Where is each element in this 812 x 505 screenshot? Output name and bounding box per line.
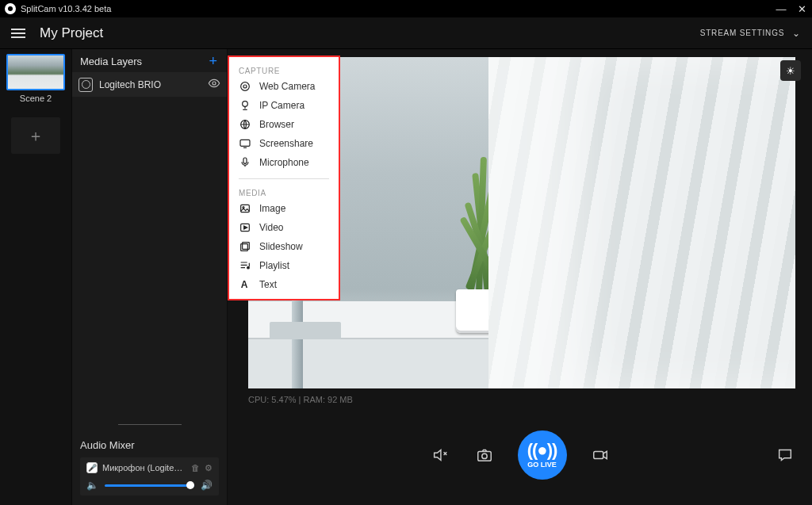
mixer-item: 🎤 Микрофон (Logitech... 🗑 ⚙ 🔈 🔊 <box>80 457 219 495</box>
brightness-button[interactable]: ☀ <box>780 60 801 81</box>
menu-item-label: IP Camera <box>259 100 304 111</box>
mixer-item-settings-button[interactable]: ⚙ <box>205 463 213 473</box>
menu-item-video[interactable]: Video <box>229 218 339 237</box>
svg-rect-3 <box>593 451 603 458</box>
menu-item-label: Microphone <box>259 157 309 168</box>
app-header: My Project STREAM SETTINGS ⌄ <box>0 17 812 49</box>
menu-item-label: Image <box>259 203 285 214</box>
webcam-source-icon <box>79 78 93 92</box>
audio-mixer-title: Audio Mixer <box>80 439 219 451</box>
screen-icon <box>239 137 251 150</box>
text-icon: A <box>239 278 251 291</box>
chat-button[interactable] <box>774 444 796 466</box>
sun-icon: ☀ <box>786 65 795 77</box>
svg-point-5 <box>243 85 247 88</box>
menu-section-capture: CAPTURE <box>229 63 339 77</box>
scene-thumbnail-image <box>8 55 63 89</box>
svg-point-6 <box>243 101 248 107</box>
image-icon <box>239 202 251 215</box>
delete-mixer-item-button[interactable]: 🗑 <box>191 463 200 472</box>
speaker-muted-icon <box>431 446 449 464</box>
menu-section-media: MEDIA <box>229 186 339 199</box>
slideshow-icon <box>239 240 251 253</box>
menu-item-ip-camera[interactable]: IP Camera <box>229 96 339 115</box>
bottom-toolbar: ((●)) GO LIVE <box>228 404 812 505</box>
volume-slider-knob[interactable] <box>186 481 194 489</box>
ip-camera-icon <box>239 99 251 112</box>
menu-item-label: Web Camera <box>259 81 315 92</box>
menu-item-label: Slideshow <box>259 241 303 252</box>
scene-panel: Scene 2 ＋ <box>0 49 71 505</box>
menu-item-playlist[interactable]: Playlist <box>229 256 339 275</box>
stream-settings-label: STREAM SETTINGS <box>700 29 784 37</box>
app-body: Scene 2 ＋ Media Layers + Logitech BRIO A… <box>0 49 812 505</box>
svg-rect-1 <box>477 451 491 461</box>
app-title: SplitCam v10.3.42 beta <box>21 4 111 13</box>
layers-panel: Media Layers + Logitech BRIO Audio Mixer… <box>71 49 227 505</box>
mixer-item-label: Микрофон (Logitech... <box>102 463 186 472</box>
window-close-button[interactable]: ✕ <box>796 4 807 14</box>
mute-icon[interactable]: 🔈 <box>86 480 98 491</box>
add-layer-button[interactable]: + <box>207 57 219 66</box>
plus-icon: ＋ <box>28 125 44 147</box>
svg-rect-14 <box>241 244 248 251</box>
svg-point-0 <box>213 82 216 85</box>
menu-item-web-camera[interactable]: Web Camera <box>229 77 339 96</box>
scene-label: Scene 2 <box>20 94 52 103</box>
broadcast-icon: ((●)) <box>527 442 557 459</box>
visibility-toggle-icon[interactable] <box>208 77 220 92</box>
app-logo-icon <box>5 3 16 14</box>
chat-icon <box>776 446 794 464</box>
microphone-icon <box>239 156 251 169</box>
volume-max-icon: 🔊 <box>201 480 213 491</box>
panel-drag-handle[interactable] <box>118 424 182 425</box>
globe-icon <box>239 118 251 131</box>
snapshot-button[interactable] <box>473 444 496 466</box>
volume-slider[interactable] <box>105 484 194 487</box>
menu-item-label: Browser <box>259 119 294 130</box>
videocam-icon <box>592 446 609 464</box>
menu-item-image[interactable]: Image <box>229 199 339 218</box>
add-layer-menu: CAPTURE Web Camera IP Camera Browser Scr… <box>228 55 340 300</box>
audio-mixer-panel: Audio Mixer 🎤 Микрофон (Logitech... 🗑 ⚙ … <box>72 433 227 505</box>
svg-point-4 <box>241 82 250 91</box>
camera-icon <box>476 446 493 464</box>
layer-item[interactable]: Logitech BRIO <box>72 72 227 97</box>
play-icon <box>239 221 251 234</box>
svg-rect-9 <box>243 158 247 163</box>
add-scene-button[interactable]: ＋ <box>11 117 60 154</box>
menu-item-screenshare[interactable]: Screenshare <box>229 134 339 153</box>
record-button[interactable] <box>589 444 611 466</box>
menu-hamburger-button[interactable] <box>11 29 25 38</box>
project-title: My Project <box>40 25 700 41</box>
stream-settings-button[interactable]: STREAM SETTINGS ⌄ <box>700 28 801 39</box>
title-bar: SplitCam v10.3.42 beta — ✕ <box>0 0 812 17</box>
layer-item-label: Logitech BRIO <box>99 79 161 90</box>
stats-text: CPU: 5.47% | RAM: 92 MB <box>228 393 812 404</box>
layers-title: Media Layers <box>80 55 142 67</box>
menu-item-label: Video <box>259 222 283 233</box>
menu-item-label: Playlist <box>259 260 289 271</box>
svg-rect-8 <box>240 140 250 146</box>
window-minimize-button[interactable]: — <box>776 4 787 14</box>
svg-rect-10 <box>241 205 250 212</box>
microphone-icon: 🎤 <box>86 462 98 473</box>
svg-text:A: A <box>241 279 248 290</box>
go-live-label: GO LIVE <box>527 461 557 469</box>
menu-item-browser[interactable]: Browser <box>229 115 339 134</box>
menu-item-microphone[interactable]: Microphone <box>229 153 339 172</box>
scene-thumbnail[interactable] <box>6 54 65 90</box>
menu-item-slideshow[interactable]: Slideshow <box>229 237 339 256</box>
menu-separator <box>239 178 329 179</box>
svg-point-2 <box>481 453 486 458</box>
menu-item-label: Screenshare <box>259 138 313 149</box>
mute-stream-button[interactable] <box>429 444 451 466</box>
menu-item-text[interactable]: A Text <box>229 275 339 294</box>
go-live-button[interactable]: ((●)) GO LIVE <box>518 430 567 480</box>
playlist-icon <box>239 259 251 272</box>
menu-item-label: Text <box>259 279 277 290</box>
svg-point-15 <box>247 266 250 269</box>
webcam-icon <box>239 80 251 93</box>
chevron-down-icon: ⌄ <box>792 28 801 39</box>
svg-rect-13 <box>243 243 250 250</box>
